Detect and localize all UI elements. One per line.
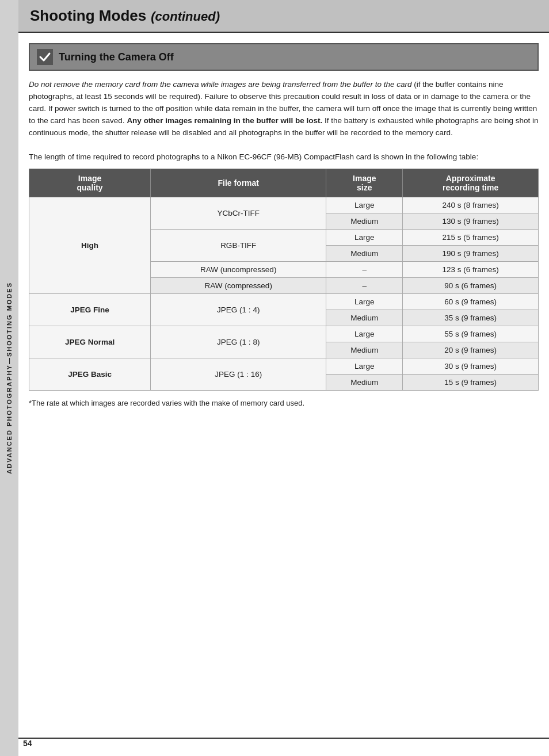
cell-size: – (326, 278, 403, 294)
cell-size: Large (326, 197, 403, 213)
cell-size: Medium (326, 213, 403, 230)
cell-format: JPEG (1 : 16) (151, 358, 326, 391)
body-text: Do not remove the memory card from the c… (29, 79, 539, 163)
cell-time: 130 s (9 frames) (403, 213, 539, 230)
cell-time: 35 s (9 frames) (403, 310, 539, 326)
top-separator (18, 32, 549, 33)
cell-time: 240 s (8 frames) (403, 197, 539, 213)
cell-format: RAW (compressed) (151, 278, 326, 294)
cell-size: Medium (326, 375, 403, 391)
cell-format: RGB-TIFF (151, 230, 326, 262)
page-header-title: Shooting Modes (30, 7, 146, 25)
main-content: Shooting Modes (continued) Turning the C… (18, 0, 549, 407)
section-title: Turning the Camera Off (59, 51, 174, 63)
cell-quality: High (29, 197, 151, 294)
cell-format: JPEG (1 : 8) (151, 326, 326, 358)
page-number: 54 (23, 739, 32, 748)
cell-time: 15 s (9 frames) (403, 375, 539, 391)
col-header-size: Imagesize (326, 169, 403, 197)
italic-lead: Do not remove the memory card from the c… (29, 80, 412, 89)
recording-time-table: Imagequality File format Imagesize Appro… (29, 169, 539, 391)
footer-note: *The rate at which images are recorded v… (29, 399, 539, 407)
cell-format: YCbCr-TIFF (151, 197, 326, 230)
cell-size: Large (326, 294, 403, 310)
paragraph-1: Do not remove the memory card from the c… (29, 79, 539, 139)
cell-quality: JPEG Fine (29, 294, 151, 326)
cell-size: Large (326, 358, 403, 375)
cell-time: 215 s (5 frames) (403, 230, 539, 246)
bold-warning: Any other images remaining in the buffer… (127, 116, 322, 125)
table-row: JPEG FineJPEG (1 : 4)Large60 s (9 frames… (29, 294, 539, 310)
cell-size: – (326, 262, 403, 278)
cell-quality: JPEG Normal (29, 326, 151, 358)
table-row: JPEG NormalJPEG (1 : 8)Large55 s (9 fram… (29, 326, 539, 342)
cell-size: Large (326, 326, 403, 342)
cell-time: 60 s (9 frames) (403, 294, 539, 310)
sidebar-text: Advanced Photography—Shooting Modes (6, 282, 13, 474)
cell-size: Medium (326, 246, 403, 262)
cell-format: RAW (uncompressed) (151, 262, 326, 278)
cell-quality: JPEG Basic (29, 358, 151, 391)
cell-time: 30 s (9 frames) (403, 358, 539, 375)
bottom-line (18, 738, 549, 739)
table-row: HighYCbCr-TIFFLarge240 s (8 frames) (29, 197, 539, 213)
col-header-time: Approximaterecording time (403, 169, 539, 197)
cell-time: 90 s (6 frames) (403, 278, 539, 294)
cell-time: 190 s (9 frames) (403, 246, 539, 262)
cell-size: Large (326, 230, 403, 246)
paragraph-2: The length of time required to record ph… (29, 151, 539, 163)
cell-size: Medium (326, 342, 403, 358)
table-container: Imagequality File format Imagesize Appro… (29, 169, 539, 391)
col-header-quality: Imagequality (29, 169, 151, 197)
page-header-subtitle: (continued) (151, 9, 220, 24)
cell-time: 20 s (9 frames) (403, 342, 539, 358)
cell-time: 55 s (9 frames) (403, 326, 539, 342)
col-header-format: File format (151, 169, 326, 197)
table-row: JPEG BasicJPEG (1 : 16)Large30 s (9 fram… (29, 358, 539, 375)
cell-size: Medium (326, 310, 403, 326)
sidebar: Advanced Photography—Shooting Modes (0, 0, 18, 756)
cell-format: JPEG (1 : 4) (151, 294, 326, 326)
section-header: Turning the Camera Off (29, 43, 539, 71)
page-header: Shooting Modes (continued) (18, 0, 549, 32)
cell-time: 123 s (6 frames) (403, 262, 539, 278)
camera-off-icon (37, 49, 53, 65)
